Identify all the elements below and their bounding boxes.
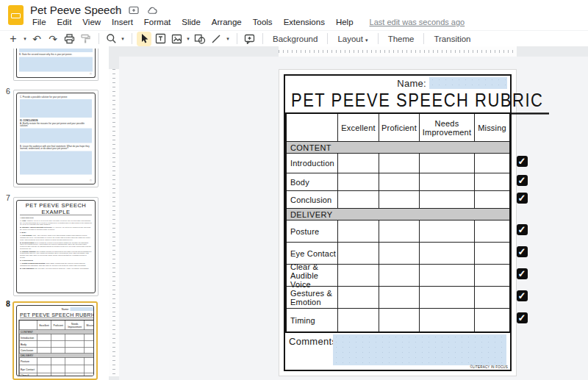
- menu-format[interactable]: Format: [142, 17, 173, 27]
- thumb6-line2: A. Briefly restate the reasons for your …: [20, 122, 92, 127]
- rubric-cell-clear-audible-voice: Clear & Audible Voice: [287, 265, 338, 286]
- thumb7-paragraph: A. Restate Reasons and Solution: Once ag…: [20, 262, 92, 266]
- background-button[interactable]: Background: [268, 33, 323, 45]
- rubric-cell-eye-contact: Eye Contact: [287, 243, 338, 264]
- new-slide-dropdown-icon[interactable]: ▾: [22, 36, 28, 42]
- insert-shape-button[interactable]: [193, 32, 207, 46]
- vertical-ruler: [109, 57, 119, 380]
- checkmark-icon[interactable]: ✓: [517, 193, 528, 204]
- watermark-text: ©LITERACY IN FOCUS: [470, 365, 508, 369]
- rubric-section-delivery: DELIVERY: [287, 209, 509, 221]
- menu-view[interactable]: View: [80, 17, 103, 27]
- rubric-empty-cell: [379, 154, 420, 173]
- menu-insert[interactable]: Insert: [110, 17, 135, 27]
- rubric-cell-posture: Posture: [20, 358, 37, 365]
- thumb5-text: B. State the second reason why this is y…: [19, 54, 93, 57]
- rubric-empty-cell: [475, 265, 509, 286]
- current-slide[interactable]: Name: PET PEEVE SPEECH RUBRIC ExcellentP…: [279, 69, 517, 376]
- slide-thumbnail-5[interactable]: B. State the second reason why this is y…: [13, 49, 98, 81]
- thumb7-paragraph: B. Introduce Yourself and State Pet Peev…: [20, 226, 92, 230]
- checkmark-icon[interactable]: ✓: [517, 312, 528, 323]
- menu-file[interactable]: File: [30, 17, 49, 27]
- menu-help[interactable]: Help: [334, 17, 356, 27]
- text-box-button[interactable]: [153, 32, 168, 46]
- checkmark-icon[interactable]: ✓: [517, 290, 528, 301]
- add-comment-icon[interactable]: [242, 32, 257, 46]
- checkmark-column: ✓✓✓✓✓✓✓✓: [516, 151, 528, 329]
- thumb7-title: PET PEEVE SPEECH EXAMPLE: [20, 202, 92, 215]
- rubric-table[interactable]: ExcellentProficientNeeds ImprovementMiss…: [285, 112, 511, 333]
- menu-tools[interactable]: Tools: [251, 17, 275, 27]
- undo-button[interactable]: ↶: [29, 32, 44, 46]
- new-slide-button[interactable]: +: [6, 32, 21, 46]
- comments-input-box[interactable]: [333, 334, 506, 365]
- rubric-empty-cell: [475, 191, 509, 208]
- rubric-empty-cell: [51, 348, 65, 354]
- rubric-title[interactable]: PET PEEVE SPEECH RUBRIC: [285, 89, 549, 114]
- image-dropdown-icon[interactable]: ▾: [185, 36, 191, 42]
- rubric-empty-cell: [20, 320, 37, 330]
- menu-edit[interactable]: Edit: [55, 17, 74, 27]
- checkmark-icon[interactable]: ✓: [517, 268, 528, 279]
- slide-thumbnail-7[interactable]: PET PEEVE SPEECH EXAMPLE I. INTRODUCTION…: [13, 197, 98, 296]
- print-button[interactable]: [62, 32, 76, 46]
- worksheet-page-border: Name: PET PEEVE SPEECH RUBRIC ExcellentP…: [284, 74, 512, 371]
- rubric-empty-cell: [51, 341, 65, 347]
- rubric-empty-cell: [85, 341, 93, 347]
- rubric-empty-cell: [420, 173, 475, 190]
- select-tool-button[interactable]: [137, 32, 151, 46]
- rubric-empty-cell: [51, 358, 65, 365]
- rubric-empty-cell: [338, 191, 379, 208]
- rubric-empty-cell: [379, 287, 420, 308]
- insert-line-button[interactable]: [209, 32, 223, 46]
- document-title[interactable]: Pet Peeve Speech: [30, 4, 121, 16]
- rubric-empty-cell: [379, 173, 420, 190]
- rubric-empty-cell: [37, 348, 52, 354]
- toolbar: + ▾ ↶ ↷ ▾: [0, 30, 588, 46]
- comments-label: Comments:: [289, 336, 340, 347]
- rubric-empty-cell: [85, 358, 93, 365]
- thumb6-line1: C. Provide a possible solution for your …: [20, 96, 92, 98]
- menu-extensions[interactable]: Extensions: [282, 17, 327, 27]
- zoom-icon[interactable]: [104, 32, 118, 46]
- slide-thumbnail-8-selected[interactable]: Name: PET PEEVE SPEECH RUBRIC ExcellentP…: [12, 301, 98, 380]
- rubric-empty-cell: [338, 221, 379, 242]
- rubric-empty-cell: [379, 243, 420, 264]
- ruler-corner: [109, 46, 119, 57]
- redo-button[interactable]: ↷: [46, 32, 60, 46]
- layout-button[interactable]: Layout ▾: [332, 33, 373, 45]
- rubric-cell-gestures-emotion: Gestures & Emotion: [287, 287, 338, 308]
- rubric-cell-timing: Timing: [287, 309, 338, 331]
- slide-canvas[interactable]: Name: PET PEEVE SPEECH RUBRIC ExcellentP…: [119, 57, 588, 380]
- thumb6-line3: B. Leave the audience with one final sta…: [20, 145, 92, 150]
- slides-logo-icon[interactable]: [8, 5, 24, 25]
- thumb7-paragraph: A. First Reason: First, I am extremely a…: [20, 234, 92, 240]
- checkmark-icon[interactable]: ✓: [517, 224, 528, 235]
- transition-button[interactable]: Transition: [429, 33, 476, 45]
- move-folder-icon[interactable]: [129, 5, 139, 15]
- rubric-empty-cell: [420, 221, 475, 242]
- zoom-dropdown-icon[interactable]: ▾: [120, 36, 126, 42]
- line-dropdown-icon[interactable]: ▾: [225, 36, 231, 42]
- cloud-status-icon[interactable]: [147, 5, 157, 15]
- insert-image-button[interactable]: [169, 32, 184, 46]
- slide-thumbnail-6[interactable]: C. Provide a possible solution for your …: [13, 90, 98, 187]
- slide-number-8: 8: [4, 299, 12, 308]
- last-edit-link[interactable]: Last edit was seconds ago: [370, 18, 465, 26]
- checkmark-icon[interactable]: ✓: [517, 246, 528, 257]
- paint-format-button[interactable]: [78, 32, 93, 46]
- rubric-empty-cell: [379, 221, 420, 242]
- checkmark-icon[interactable]: ✓: [517, 175, 528, 186]
- theme-button[interactable]: Theme: [383, 33, 420, 45]
- thumb8-title: PET PEEVE SPEECH RUBRIC: [20, 312, 93, 319]
- rubric-empty-cell: [338, 154, 379, 173]
- rubric-empty-cell: [420, 265, 475, 286]
- rubric-empty-cell: [379, 191, 420, 208]
- checkmark-icon[interactable]: ✓: [517, 156, 528, 167]
- menu-arrange[interactable]: Arrange: [209, 17, 244, 27]
- rubric-empty-cell: [37, 373, 52, 377]
- star-icon[interactable]: ☆: [110, 5, 121, 15]
- rubric-empty-cell: [37, 358, 52, 365]
- menu-slide[interactable]: Slide: [179, 17, 203, 27]
- name-input-box[interactable]: [429, 77, 507, 89]
